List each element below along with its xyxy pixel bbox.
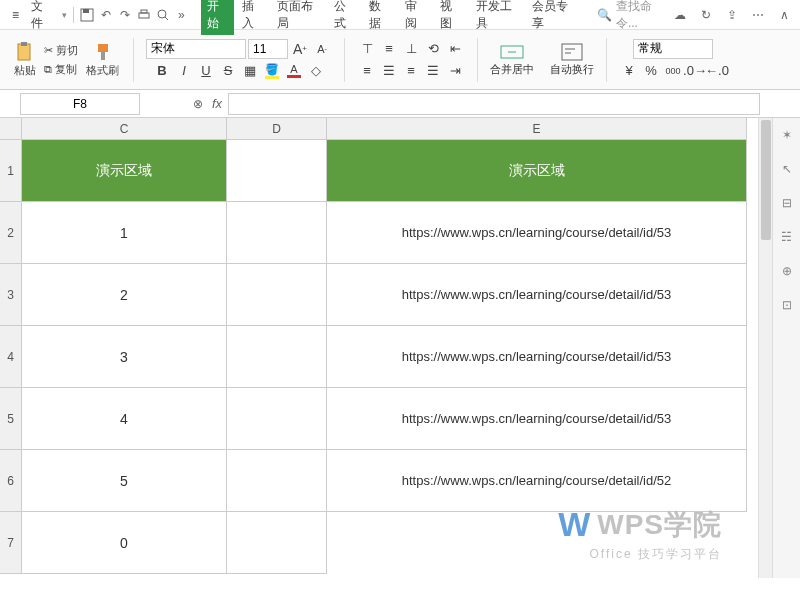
font-color-button[interactable]: A xyxy=(284,61,304,81)
command-search[interactable]: 🔍 查找命令... xyxy=(597,0,668,32)
row-header[interactable]: 6 xyxy=(0,450,22,512)
row-header[interactable]: 3 xyxy=(0,264,22,326)
properties-icon[interactable]: ☵ xyxy=(778,228,796,246)
cell-d5[interactable] xyxy=(227,388,327,450)
paste-button[interactable]: 粘贴 xyxy=(12,39,38,80)
tab-review[interactable]: 审阅 xyxy=(399,0,432,35)
settings-icon[interactable]: ⊟ xyxy=(778,194,796,212)
print-preview-icon[interactable] xyxy=(155,7,170,23)
vertical-scrollbar[interactable] xyxy=(758,118,772,578)
copy-button[interactable]: ⧉复制 xyxy=(42,61,80,78)
cell-c3[interactable]: 2 xyxy=(22,264,227,326)
cell-e5[interactable]: https://www.wps.cn/learning/course/detai… xyxy=(327,388,747,450)
tab-insert[interactable]: 插入 xyxy=(236,0,269,35)
align-center-icon[interactable]: ☰ xyxy=(379,61,399,81)
select-icon[interactable]: ↖ xyxy=(778,160,796,178)
underline-button[interactable]: U xyxy=(196,61,216,81)
cell-c6[interactable]: 5 xyxy=(22,450,227,512)
justify-icon[interactable]: ☰ xyxy=(423,61,443,81)
currency-icon[interactable]: ¥ xyxy=(619,61,639,81)
fill-color-button[interactable]: 🪣 xyxy=(262,61,282,81)
backup-icon[interactable]: ⊕ xyxy=(778,262,796,280)
col-header-c[interactable]: C xyxy=(22,118,227,140)
dec-decrease-icon[interactable]: ←.0 xyxy=(707,61,727,81)
tab-data[interactable]: 数据 xyxy=(363,0,396,35)
scrollbar-thumb[interactable] xyxy=(761,120,771,240)
menu-hamburger[interactable]: ≡ xyxy=(8,6,23,24)
more-qat-icon[interactable]: » xyxy=(174,7,189,23)
tab-layout[interactable]: 页面布局 xyxy=(271,0,326,35)
align-bottom-icon[interactable]: ⊥ xyxy=(401,39,421,59)
cell-c1[interactable]: 演示区域 xyxy=(22,140,227,202)
tab-view[interactable]: 视图 xyxy=(434,0,467,35)
row-header[interactable]: 2 xyxy=(0,202,22,264)
cell-d6[interactable] xyxy=(227,450,327,512)
wrap-text-button[interactable]: 自动换行 xyxy=(546,40,598,79)
file-menu[interactable]: 文件 xyxy=(27,0,57,34)
merge-center-button[interactable]: 合并居中 xyxy=(486,40,538,79)
cell-e3[interactable]: https://www.wps.cn/learning/course/detai… xyxy=(327,264,747,326)
thousands-icon[interactable]: 000 xyxy=(663,61,683,81)
tab-formula[interactable]: 公式 xyxy=(328,0,361,35)
cloud-icon[interactable]: ☁ xyxy=(672,7,688,23)
cell-c2[interactable]: 1 xyxy=(22,202,227,264)
cell-c4[interactable]: 3 xyxy=(22,326,227,388)
cell-d7[interactable] xyxy=(227,512,327,574)
font-family-select[interactable] xyxy=(146,39,246,59)
row-header[interactable]: 4 xyxy=(0,326,22,388)
col-header-e[interactable]: E xyxy=(327,118,747,140)
orientation-icon[interactable]: ⟲ xyxy=(423,39,443,59)
cell-e6[interactable]: https://www.wps.cn/learning/course/detai… xyxy=(327,450,747,512)
border-button[interactable]: ▦ xyxy=(240,61,260,81)
italic-button[interactable]: I xyxy=(174,61,194,81)
align-top-icon[interactable]: ⊤ xyxy=(357,39,377,59)
cell-reference-input[interactable] xyxy=(20,93,140,115)
more-panel-icon[interactable]: ⊡ xyxy=(778,296,796,314)
dec-increase-icon[interactable]: .0→ xyxy=(685,61,705,81)
redo-icon[interactable]: ↷ xyxy=(118,7,133,23)
indent-dec-icon[interactable]: ⇤ xyxy=(445,39,465,59)
number-format-select[interactable] xyxy=(633,39,713,59)
strike-button[interactable]: S xyxy=(218,61,238,81)
cell-d2[interactable] xyxy=(227,202,327,264)
select-all-corner[interactable] xyxy=(0,118,22,140)
cancel-formula-icon[interactable]: ⊗ xyxy=(190,96,206,112)
more-icon[interactable]: ⋯ xyxy=(750,7,766,23)
collapse-ribbon-icon[interactable]: ∧ xyxy=(776,7,792,23)
clear-format-button[interactable]: ◇ xyxy=(306,61,326,81)
percent-icon[interactable]: % xyxy=(641,61,661,81)
row-header[interactable]: 1 xyxy=(0,140,22,202)
cut-button[interactable]: ✂剪切 xyxy=(42,42,80,59)
cell-e4[interactable]: https://www.wps.cn/learning/course/detai… xyxy=(327,326,747,388)
format-painter-button[interactable]: 格式刷 xyxy=(84,39,121,80)
cell-c7[interactable]: 0 xyxy=(22,512,227,574)
increase-font-icon[interactable]: A+ xyxy=(290,39,310,59)
cell-d1[interactable] xyxy=(227,140,327,202)
align-middle-icon[interactable]: ≡ xyxy=(379,39,399,59)
cell-d4[interactable] xyxy=(227,326,327,388)
indent-inc-icon[interactable]: ⇥ xyxy=(445,61,465,81)
col-header-d[interactable]: D xyxy=(227,118,327,140)
row-header[interactable]: 7 xyxy=(0,512,22,574)
font-size-select[interactable] xyxy=(248,39,288,59)
align-left-icon[interactable]: ≡ xyxy=(357,61,377,81)
undo-icon[interactable]: ↶ xyxy=(99,7,114,23)
align-right-icon[interactable]: ≡ xyxy=(401,61,421,81)
cell-d3[interactable] xyxy=(227,264,327,326)
cell-c5[interactable]: 4 xyxy=(22,388,227,450)
tab-dev[interactable]: 开发工具 xyxy=(470,0,525,35)
print-icon[interactable] xyxy=(136,7,151,23)
cell-e1[interactable]: 演示区域 xyxy=(327,140,747,202)
save-icon[interactable] xyxy=(80,7,95,23)
sync-icon[interactable]: ↻ xyxy=(698,7,714,23)
share-icon[interactable]: ⇪ xyxy=(724,7,740,23)
formula-input[interactable] xyxy=(228,93,760,115)
assistant-icon[interactable]: ✶ xyxy=(778,126,796,144)
cell-e2[interactable]: https://www.wps.cn/learning/course/detai… xyxy=(327,202,747,264)
row-header[interactable]: 5 xyxy=(0,388,22,450)
tab-start[interactable]: 开始 xyxy=(201,0,234,35)
bold-button[interactable]: B xyxy=(152,61,172,81)
decrease-font-icon[interactable]: A- xyxy=(312,39,332,59)
tab-member[interactable]: 会员专享 xyxy=(526,0,581,35)
fx-icon[interactable]: fx xyxy=(212,96,222,111)
